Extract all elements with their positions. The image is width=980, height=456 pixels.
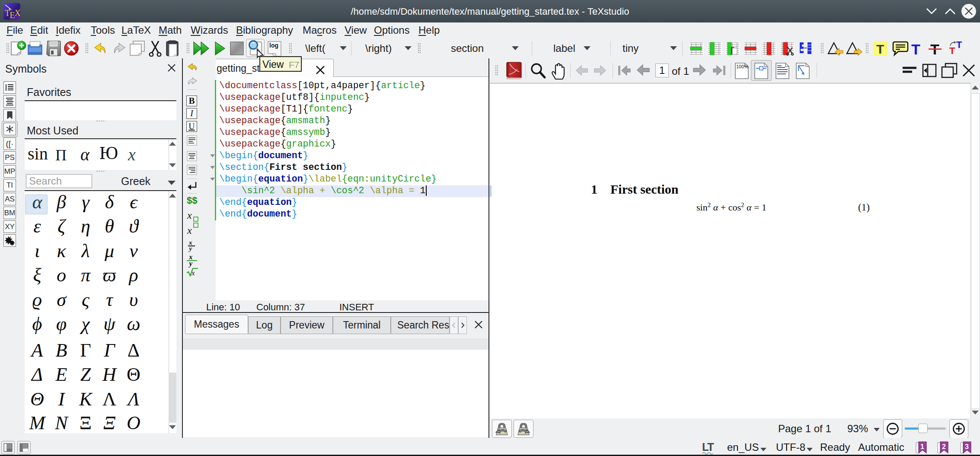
- svg-text:log: log: [269, 42, 278, 49]
- svg-text:2: 2: [942, 443, 946, 450]
- svg-text:3: 3: [965, 443, 969, 450]
- svg-text:1: 1: [920, 443, 924, 450]
- svg-text:100%: 100%: [736, 64, 748, 69]
